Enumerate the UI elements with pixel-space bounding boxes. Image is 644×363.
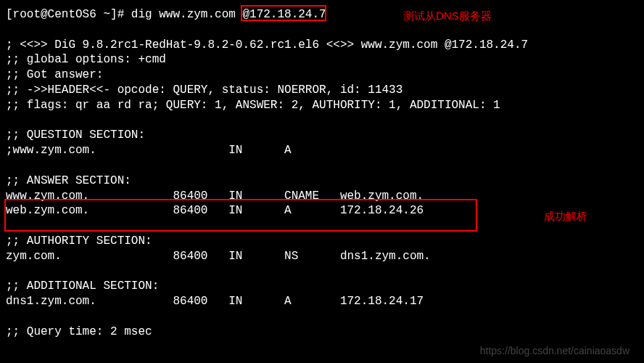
header-detail-line: ;; ->>HEADER<<- opcode: QUERY, status: N… [6, 83, 638, 98]
authority-section-title: ;; AUTHORITY SECTION: [6, 234, 638, 249]
watermark-text: https://blog.csdn.net/cainiaoasdw [480, 344, 629, 357]
query-time-line: ;; Query time: 2 msec [6, 325, 638, 340]
additional-section-title: ;; ADDITIONAL SECTION: [6, 279, 638, 294]
blank-line [6, 264, 638, 280]
additional-row: dns1.zym.com. 86400 IN A 172.18.24.17 [6, 294, 638, 309]
dig-version-line: ; <<>> DiG 9.8.2rc1-RedHat-9.8.2-0.62.rc… [6, 38, 638, 53]
command: dig www.zym.com [131, 8, 243, 21]
authority-row: zym.com. 86400 IN NS dns1.zym.com. [6, 249, 638, 264]
question-section-title: ;; QUESTION SECTION: [6, 128, 638, 143]
blank-line [6, 309, 638, 325]
dns-server: @172.18.24.7 [242, 8, 326, 21]
answer-section-title: ;; ANSWER SECTION: [6, 174, 638, 189]
global-options-line: ;; global options: +cmd [6, 52, 638, 68]
prompt-line: [root@CentOS6 ~]# dig www.zym.com @172.1… [6, 7, 638, 23]
annotation-success: 成功解析 [544, 209, 587, 224]
blank-line [6, 158, 638, 174]
blank-line [6, 23, 638, 38]
blank-line [6, 113, 638, 129]
answer-row-1: www.zym.com. 86400 IN CNAME web.zym.com. [6, 189, 638, 204]
question-row: ;www.zym.com. IN A [6, 143, 638, 158]
annotation-test-dns: 测试从DNS服务器 [403, 9, 492, 23]
flags-line: ;; flags: qr aa rd ra; QUERY: 1, ANSWER:… [6, 98, 638, 113]
got-answer-line: ;; Got answer: [6, 68, 638, 83]
prompt-prefix: [root@CentOS6 ~]# [6, 8, 131, 21]
